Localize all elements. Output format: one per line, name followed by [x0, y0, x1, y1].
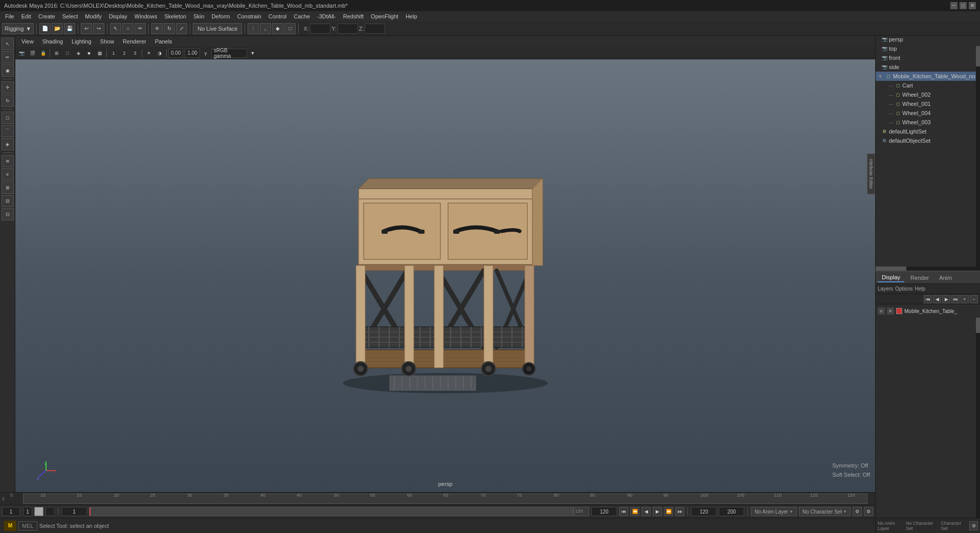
- cb-ctrl-btn5[interactable]: +: [961, 295, 969, 303]
- cb-ctrl-btn1[interactable]: ⏮: [924, 295, 932, 303]
- curve-sidebar[interactable]: ⌒: [2, 125, 14, 137]
- step-forward-button[interactable]: ⏩: [664, 507, 673, 516]
- deform1-sidebar[interactable]: ≋: [2, 155, 14, 167]
- menu-create[interactable]: Create: [35, 12, 58, 20]
- menu-control[interactable]: Control: [265, 12, 289, 20]
- timeline[interactable]: 1 5 10 15 20 25 30 35 40 45 50 55 60 65 …: [0, 492, 875, 505]
- outliner-item-top[interactable]: 📷 top: [876, 44, 980, 53]
- outliner-item-objset[interactable]: ⚙ defaultObjectSet: [876, 136, 980, 145]
- outliner-item-wheel002[interactable]: — ◻ Wheel_002: [876, 90, 980, 99]
- outliner-item-wheel001[interactable]: — ◻ Wheel_001: [876, 99, 980, 108]
- snap-view-button[interactable]: □: [284, 23, 296, 34]
- menu-3dtall[interactable]: -3DtAll-: [314, 12, 339, 20]
- menu-deform[interactable]: Deform: [209, 12, 233, 20]
- go-to-start-button[interactable]: ⏮: [619, 507, 628, 516]
- cb-tab-display[interactable]: Display: [878, 273, 904, 282]
- rotate-sidebar[interactable]: ↻: [2, 95, 14, 107]
- vm-lighting[interactable]: Lighting: [68, 37, 96, 46]
- menu-display[interactable]: Display: [106, 12, 130, 20]
- outliner-item-side[interactable]: 📷 side: [876, 62, 980, 72]
- save-file-button[interactable]: 💾: [64, 23, 75, 34]
- vt-shadow[interactable]: ◑: [154, 49, 165, 58]
- paint-tool-sidebar[interactable]: ✏: [2, 51, 14, 63]
- x-input[interactable]: [310, 24, 330, 34]
- vm-view[interactable]: View: [17, 37, 38, 46]
- deform5-sidebar[interactable]: ⊡: [2, 208, 14, 220]
- rigging-dropdown[interactable]: Rigging ▼: [2, 23, 34, 34]
- minimize-button[interactable]: ─: [950, 2, 957, 9]
- cb-gear-button[interactable]: ⚙: [969, 521, 978, 530]
- end-range-field2[interactable]: 200: [719, 507, 744, 516]
- snap-point-button[interactable]: ◆: [272, 23, 283, 34]
- vm-renderer[interactable]: Renderer: [119, 37, 150, 46]
- outliner-item-cart[interactable]: — ◻ Cart: [876, 81, 980, 90]
- exposure-value[interactable]: 1.00: [185, 49, 199, 58]
- sculpt-tool-sidebar[interactable]: ◉: [2, 64, 14, 77]
- outliner-item-persp[interactable]: 📷 persp: [876, 35, 980, 44]
- menu-cache[interactable]: Cache: [291, 12, 313, 20]
- vt-lock[interactable]: 🔒: [38, 49, 48, 58]
- cb-visibility-toggle[interactable]: V: [878, 307, 885, 315]
- deform2-sidebar[interactable]: ≡: [2, 168, 14, 181]
- outliner-item-wheel004[interactable]: — ◻ Wheel_004: [876, 108, 980, 118]
- cb-layers-menu[interactable]: Layers: [878, 286, 893, 292]
- snap-grid-button[interactable]: ⋮: [248, 23, 259, 34]
- end-range-field[interactable]: 120: [691, 507, 717, 516]
- surface-sidebar[interactable]: ◈: [2, 138, 14, 150]
- float-value[interactable]: 0.00: [168, 49, 183, 58]
- menu-skeleton[interactable]: Skeleton: [161, 12, 189, 20]
- outliner-hscroll-thumb[interactable]: [876, 266, 906, 271]
- viewport[interactable]: persp Symmetry: Off Soft Select: Off X Y…: [15, 59, 875, 492]
- cb-playback-toggle[interactable]: P: [887, 307, 894, 315]
- outliner-item-front[interactable]: 📷 front: [876, 53, 980, 62]
- outliner-vscrollbar[interactable]: [976, 46, 980, 271]
- redo-button[interactable]: ↪: [93, 23, 104, 34]
- menu-skin[interactable]: Skin: [190, 12, 207, 20]
- vt-light[interactable]: ☀: [144, 49, 154, 58]
- vt-camera[interactable]: 📷: [16, 49, 27, 58]
- deform3-sidebar[interactable]: ⊞: [2, 182, 14, 194]
- maximize-button[interactable]: □: [960, 2, 967, 9]
- menu-openflight[interactable]: OpenFlight: [368, 12, 402, 20]
- vm-panels[interactable]: Panels: [151, 37, 176, 46]
- cb-ctrl-btn6[interactable]: −: [970, 295, 978, 303]
- menu-help[interactable]: Help: [403, 12, 420, 20]
- outliner-item-lightset[interactable]: ⚙ defaultLightSet: [876, 127, 980, 136]
- vm-shading[interactable]: Shading: [38, 37, 67, 46]
- outliner-hscrollbar[interactable]: [876, 266, 976, 271]
- no-live-surface-button[interactable]: No Live Surface: [193, 23, 242, 34]
- lasso-select-button[interactable]: ○: [122, 23, 133, 34]
- scale-tool-button[interactable]: ⤢: [176, 23, 187, 34]
- current-frame-field[interactable]: 1: [2, 507, 20, 516]
- vt-frame[interactable]: □: [62, 49, 73, 58]
- y-input[interactable]: [338, 24, 358, 34]
- open-file-button[interactable]: 📂: [52, 23, 63, 34]
- move-tool-button[interactable]: ✛: [151, 23, 163, 34]
- pb-settings-button[interactable]: ⚙: [853, 507, 862, 516]
- outliner-item-wheel003[interactable]: — ◻ Wheel_003: [876, 118, 980, 127]
- vt-smooth2[interactable]: 2: [119, 49, 129, 58]
- cb-vscroll-thumb[interactable]: [976, 318, 980, 333]
- vt-smooth3[interactable]: 3: [130, 49, 140, 58]
- no-char-set-dropdown[interactable]: No Character Set ▼: [799, 507, 851, 516]
- select-tool-button[interactable]: ↖: [110, 23, 121, 34]
- step-back-button[interactable]: ⏪: [630, 507, 639, 516]
- step-field[interactable]: 1: [23, 507, 32, 516]
- vt-film[interactable]: 🎬: [27, 49, 37, 58]
- cb-ctrl-btn3[interactable]: ▶: [942, 295, 950, 303]
- vt-gamma[interactable]: γ: [201, 49, 211, 58]
- timeline-scrub-bar[interactable]: 120: [89, 507, 589, 516]
- snap-curve-button[interactable]: ◟: [260, 23, 271, 34]
- play-forward-button[interactable]: ▶: [653, 507, 662, 516]
- move-sidebar[interactable]: ✛: [2, 81, 14, 94]
- range-start-field[interactable]: 1: [61, 507, 87, 516]
- poly-sidebar[interactable]: ◻: [2, 112, 14, 124]
- vm-show[interactable]: Show: [96, 37, 119, 46]
- menu-file[interactable]: File: [2, 12, 17, 20]
- range-end-field[interactable]: 120: [591, 507, 617, 516]
- menu-select[interactable]: Select: [59, 12, 81, 20]
- gamma-label[interactable]: sRGB gamma: [211, 49, 247, 58]
- vt-texture[interactable]: ▦: [95, 49, 105, 58]
- menu-modify[interactable]: Modify: [82, 12, 104, 20]
- cb-color-swatch[interactable]: [896, 308, 902, 314]
